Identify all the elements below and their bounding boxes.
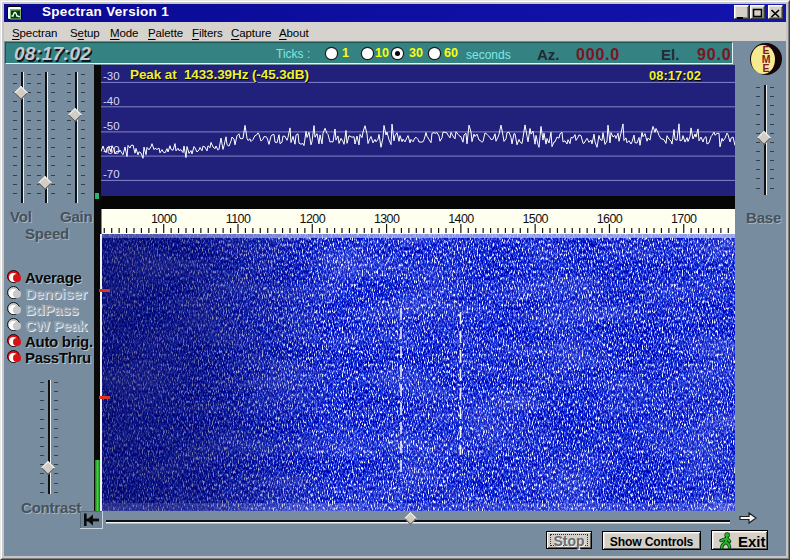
svg-text:-70: -70 — [103, 168, 120, 180]
svg-text:-40: -40 — [103, 95, 120, 107]
svg-text:-50: -50 — [103, 120, 120, 132]
svg-text:-30: -30 — [103, 70, 120, 82]
